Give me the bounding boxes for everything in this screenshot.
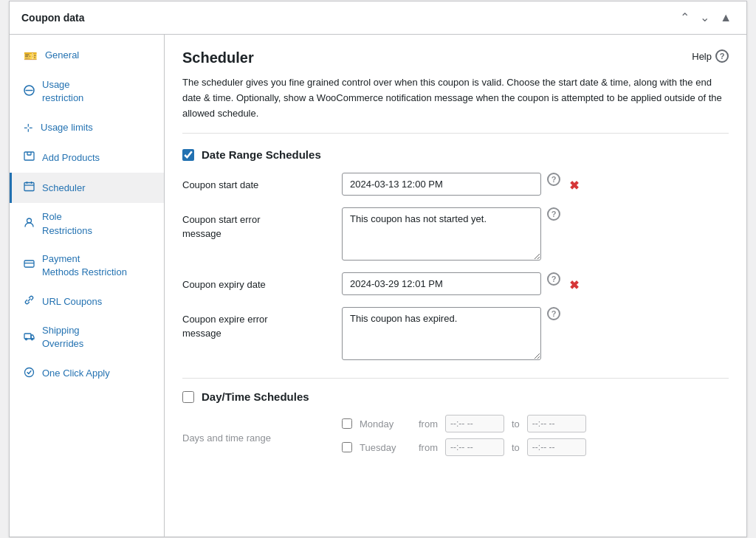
coupon-start-error-label: Coupon start errormessage (182, 207, 330, 240)
coupon-expiry-date-wrap: ? ✖ (342, 272, 729, 295)
one-click-apply-icon (24, 366, 35, 382)
sidebar-item-add-products[interactable]: Add Products (10, 142, 164, 173)
sidebar-label-payment-methods: PaymentMethods Restriction (42, 252, 127, 279)
sidebar-item-one-click-apply[interactable]: One Click Apply (10, 359, 164, 389)
tuesday-to-input[interactable] (527, 438, 586, 456)
coupon-start-error-row: Coupon start errormessage This coupon ha… (182, 207, 729, 261)
role-restrictions-icon (24, 216, 35, 232)
svg-rect-8 (24, 261, 34, 267)
section-divider (182, 378, 729, 379)
tuesday-label: Tuesday (360, 442, 411, 453)
day-time-checkbox[interactable] (182, 391, 194, 403)
sidebar-label-usage-restriction: Usagerestriction (42, 78, 83, 105)
scheduler-icon (24, 180, 35, 196)
panel-body: 🎫 General Usagerestriction ⊹ Usage limit… (10, 35, 746, 537)
svg-rect-2 (24, 152, 34, 160)
help-label: Help (692, 51, 712, 62)
start-date-remove-button[interactable]: ✖ (566, 176, 582, 196)
monday-from-input[interactable] (445, 415, 504, 432)
sidebar-label-one-click-apply: One Click Apply (42, 367, 110, 380)
days-time-range-label: Days and time range (182, 426, 330, 445)
content-header: Scheduler Help ? (182, 49, 729, 66)
usage-limits-icon: ⊹ (24, 120, 33, 135)
tuesday-to-label: to (512, 442, 520, 453)
panel-header-icons: ⌃ ⌄ ▲ (677, 10, 735, 25)
expiry-date-remove-button[interactable]: ✖ (566, 275, 582, 295)
sidebar-item-usage-restriction[interactable]: Usagerestriction (10, 71, 164, 112)
sidebar-item-usage-limits[interactable]: ⊹ Usage limits (10, 112, 164, 142)
shipping-overrides-icon (24, 330, 35, 345)
expand-button[interactable]: ▲ (717, 10, 735, 25)
expiry-date-help-icon[interactable]: ? (547, 272, 560, 286)
coupon-expire-error-wrap: This coupon has expired. ? (342, 307, 729, 360)
tuesday-checkbox[interactable] (342, 442, 352, 452)
start-date-help-icon[interactable]: ? (547, 173, 560, 186)
date-range-section: Date Range Schedules Coupon start date ?… (182, 148, 729, 360)
tuesday-from-input[interactable] (445, 438, 504, 456)
sidebar-label-scheduler: Scheduler (42, 182, 86, 195)
collapse-down-button[interactable]: ⌄ (697, 10, 712, 25)
monday-checkbox[interactable] (342, 418, 352, 429)
sidebar-item-payment-methods[interactable]: PaymentMethods Restriction (10, 245, 164, 286)
url-coupons-icon (24, 294, 35, 309)
sidebar-label-add-products: Add Products (42, 151, 100, 165)
coupon-panel: Coupon data ⌃ ⌄ ▲ 🎫 General U (9, 1, 747, 537)
monday-label: Monday (360, 418, 411, 430)
panel-header: Coupon data ⌃ ⌄ ▲ (10, 1, 746, 35)
monday-row: Monday from to (342, 415, 586, 432)
coupon-start-error-textarea[interactable]: This coupon has not started yet. (342, 207, 541, 261)
content-title: Scheduler (182, 49, 254, 66)
sidebar-label-usage-limits: Usage limits (41, 121, 93, 134)
sidebar-item-shipping-overrides[interactable]: ShippingOverrides (10, 317, 164, 358)
coupon-expire-error-label: Coupon expire errormessage (182, 307, 330, 339)
main-content: Scheduler Help ? The scheduler gives you… (165, 35, 746, 537)
coupon-expiry-date-label: Coupon expiry date (182, 272, 330, 292)
expire-error-help-icon[interactable]: ? (547, 307, 560, 320)
date-range-checkbox[interactable] (182, 149, 194, 161)
sidebar-item-role-restrictions[interactable]: RoleRestrictions (10, 203, 164, 244)
coupon-start-date-row: Coupon start date ? ✖ (182, 173, 729, 196)
start-date-remove-icon: ✖ (569, 179, 579, 193)
coupon-expire-error-row: Coupon expire errormessage This coupon h… (182, 307, 729, 360)
monday-to-input[interactable] (527, 415, 586, 432)
panel-title: Coupon data (21, 12, 85, 24)
expiry-date-remove-icon: ✖ (569, 278, 579, 292)
tuesday-from-label: from (419, 442, 438, 453)
svg-rect-3 (24, 183, 34, 191)
sidebar-item-general[interactable]: 🎫 General (10, 41, 164, 71)
sidebar-label-role-restrictions: RoleRestrictions (42, 210, 92, 237)
days-time-range-row: Days and time range Monday from to (182, 415, 729, 456)
add-products-icon (24, 150, 35, 165)
coupon-start-date-input[interactable] (342, 173, 541, 196)
usage-restriction-icon (24, 84, 35, 100)
monday-from-label: from (419, 418, 438, 430)
content-description: The scheduler gives you fine grained con… (182, 75, 729, 134)
sidebar-label-url-coupons: URL Coupons (42, 295, 102, 308)
date-range-title: Date Range Schedules (202, 148, 321, 161)
payment-methods-icon (24, 258, 35, 273)
general-icon: 🎫 (24, 48, 38, 63)
coupon-expire-error-textarea[interactable]: This coupon has expired. (342, 307, 541, 360)
start-error-help-icon[interactable]: ? (547, 207, 560, 221)
coupon-expiry-date-input[interactable] (342, 272, 541, 295)
collapse-up-button[interactable]: ⌃ (677, 10, 693, 25)
day-time-section: Day/Time Schedules Days and time range M… (182, 390, 729, 456)
days-time-range-wrap: Monday from to Tuesday from to (342, 415, 729, 456)
svg-point-13 (25, 368, 34, 376)
svg-rect-10 (24, 334, 31, 339)
help-link[interactable]: Help ? (692, 49, 729, 63)
sidebar-item-scheduler[interactable]: Scheduler (10, 173, 164, 203)
sidebar-label-general: General (45, 49, 79, 62)
day-time-section-header: Day/Time Schedules (182, 390, 729, 403)
monday-to-label: to (512, 418, 520, 430)
date-range-section-header: Date Range Schedules (182, 148, 729, 161)
coupon-expiry-date-row: Coupon expiry date ? ✖ (182, 272, 729, 295)
sidebar-label-shipping-overrides: ShippingOverrides (42, 324, 83, 351)
coupon-start-date-wrap: ? ✖ (342, 173, 729, 196)
tuesday-row: Tuesday from to (342, 438, 586, 456)
sidebar-item-url-coupons[interactable]: URL Coupons (10, 286, 164, 317)
coupon-start-error-wrap: This coupon has not started yet. ? (342, 207, 729, 261)
coupon-start-date-label: Coupon start date (182, 173, 330, 192)
svg-point-7 (27, 218, 32, 223)
help-icon: ? (715, 49, 729, 63)
